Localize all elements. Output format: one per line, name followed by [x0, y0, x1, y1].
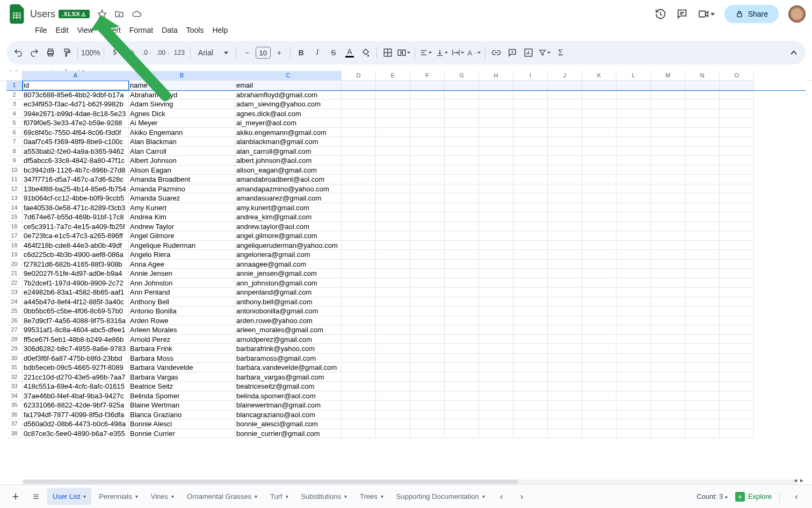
decrease-decimal-button[interactable]: .0← [140, 45, 155, 61]
cell[interactable] [617, 344, 651, 354]
cell[interactable] [582, 99, 617, 109]
cell[interactable] [548, 90, 582, 100]
cell[interactable] [410, 288, 445, 297]
cell[interactable] [685, 400, 720, 410]
cell[interactable] [410, 344, 445, 354]
cell[interactable] [685, 156, 720, 166]
cell[interactable] [685, 410, 720, 420]
cell[interactable] [582, 391, 617, 401]
cell[interactable] [548, 288, 582, 297]
cell[interactable]: 37ae46b0-f4ef-4baf-9ba3-9427c [23, 391, 129, 401]
cell[interactable]: arleen_morales@gmail.com [235, 325, 342, 335]
column-header[interactable]: M [651, 71, 685, 81]
cell[interactable] [582, 288, 617, 297]
cell[interactable] [445, 81, 479, 90]
cell[interactable] [479, 231, 513, 241]
cell[interactable] [445, 269, 479, 278]
cell[interactable] [651, 335, 685, 345]
row-header[interactable]: 8 [6, 147, 23, 156]
meet-icon[interactable] [698, 8, 715, 20]
cell[interactable] [445, 118, 479, 128]
cell[interactable] [617, 429, 651, 439]
cell[interactable] [479, 166, 513, 175]
cell[interactable] [342, 325, 376, 335]
cell[interactable] [582, 306, 617, 316]
cell[interactable]: amy.kunert@gmail.com [235, 203, 342, 213]
cell[interactable]: alan_carroll@gmail.com [235, 147, 342, 156]
cell[interactable]: Annie Jensen [129, 269, 235, 278]
decrease-font-size-button[interactable]: − [240, 45, 255, 61]
cell[interactable] [582, 400, 617, 410]
cell[interactable] [651, 241, 685, 251]
cell[interactable] [582, 260, 617, 269]
cell[interactable] [651, 344, 685, 354]
cell[interactable] [479, 250, 513, 260]
cell[interactable] [342, 156, 376, 166]
cell[interactable]: f27821d6-682b-4165-88f3-908b [23, 260, 129, 269]
cell[interactable] [651, 419, 685, 429]
cell[interactable] [685, 391, 720, 401]
cell[interactable]: 0e723fca-e1c5-47c3-a265-696ff [23, 231, 129, 241]
cell[interactable] [651, 325, 685, 335]
cell[interactable] [479, 391, 513, 401]
column-header[interactable]: G [445, 71, 479, 81]
cell[interactable] [513, 382, 548, 391]
cell[interactable] [582, 410, 617, 420]
cell[interactable]: fae40538-0e58-471c-8289-f3cb3 [23, 203, 129, 213]
row-header[interactable]: 37 [6, 419, 23, 429]
fill-color-button[interactable] [358, 45, 373, 61]
cell[interactable]: 347f7716-d5a7-467c-a7d6-628c [23, 175, 129, 184]
cell[interactable] [617, 166, 651, 175]
zoom-select[interactable]: 100% [81, 45, 100, 61]
cell[interactable] [513, 269, 548, 278]
cell[interactable] [720, 184, 754, 194]
menu-file[interactable]: File [31, 24, 51, 37]
cell[interactable]: Barbara Moss [129, 354, 235, 363]
cell[interactable] [617, 363, 651, 373]
print-icon[interactable] [43, 45, 58, 61]
cell[interactable]: barbara_vargas@gmail.com [235, 373, 342, 382]
row-header[interactable]: 27 [6, 325, 23, 335]
cell[interactable] [342, 184, 376, 194]
column-header[interactable]: L [617, 71, 651, 81]
cell[interactable] [548, 128, 582, 138]
cell[interactable] [342, 241, 376, 251]
cell[interactable]: Abraham Floyd [129, 90, 235, 100]
cell[interactable] [651, 373, 685, 382]
cell[interactable] [342, 410, 376, 420]
cell[interactable]: annaagee@gmail.com [235, 260, 342, 269]
cell[interactable] [376, 175, 410, 184]
currency-button[interactable]: $ [107, 45, 122, 61]
cell[interactable] [513, 297, 548, 307]
cell[interactable] [651, 269, 685, 278]
cell[interactable] [410, 175, 445, 184]
cell[interactable] [445, 325, 479, 335]
cell[interactable] [410, 306, 445, 316]
cell[interactable] [445, 156, 479, 166]
cell[interactable] [582, 90, 617, 100]
cell[interactable] [582, 325, 617, 335]
add-sheet-button[interactable]: + [6, 488, 25, 506]
cell[interactable]: albert.johnson@aol.com [235, 156, 342, 166]
horizontal-scrollbar[interactable] [23, 479, 797, 484]
cell[interactable] [376, 109, 410, 119]
share-button[interactable]: Share [724, 5, 779, 23]
cell[interactable]: 62331066-8822-42de-9bf7-925a [23, 400, 129, 410]
cell[interactable] [548, 400, 582, 410]
cell[interactable] [513, 335, 548, 345]
all-sheets-button[interactable] [27, 488, 45, 506]
cell[interactable] [376, 429, 410, 439]
cell[interactable] [376, 382, 410, 391]
cell[interactable] [548, 344, 582, 354]
cell[interactable] [376, 297, 410, 307]
cell[interactable] [479, 316, 513, 326]
cell[interactable] [720, 391, 754, 401]
cell[interactable] [513, 410, 548, 420]
cell[interactable] [376, 354, 410, 363]
cell[interactable] [410, 419, 445, 429]
cell[interactable] [342, 278, 376, 288]
cell[interactable] [376, 373, 410, 382]
cell[interactable] [342, 391, 376, 401]
cell[interactable] [651, 99, 685, 109]
cell[interactable] [582, 419, 617, 429]
